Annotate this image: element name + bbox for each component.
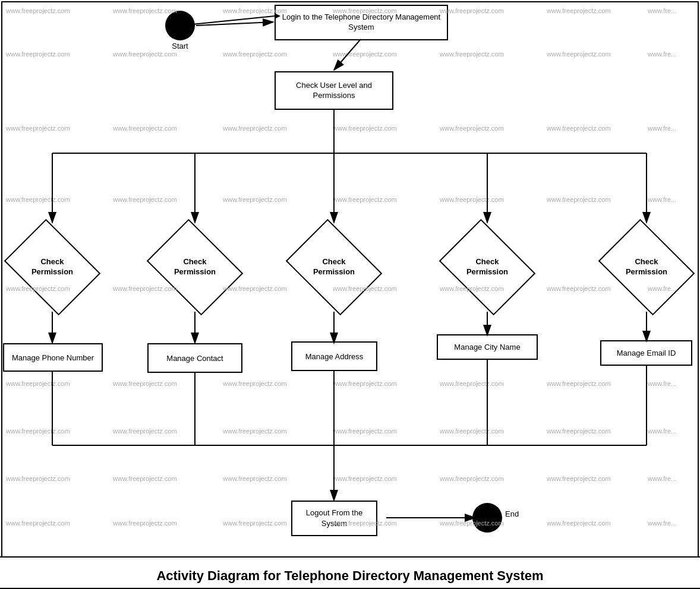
- manage-contact-box: Manage Contact: [147, 343, 242, 373]
- wm: www.freeprojectz.com: [333, 125, 397, 132]
- wm: www.freeprojectz.com: [113, 380, 177, 387]
- manage-email-box: Manage Email ID: [600, 340, 692, 366]
- wm: www.freeprojectz.com: [440, 125, 504, 132]
- end-circle: [472, 503, 502, 533]
- wm: www.freeprojectz.com: [6, 50, 70, 58]
- wm: www.freeprojectz.com: [113, 196, 177, 203]
- wm: www.freeprojectz.com: [113, 7, 177, 14]
- wm: www.freeprojectz.com: [223, 50, 287, 58]
- manage-phone-box: Manage Phone Number: [3, 343, 103, 372]
- manage-city-box: Manage City Name: [437, 334, 538, 360]
- wm: www.freeprojectz.com: [547, 50, 611, 58]
- wm: www.freeprojectz.com: [547, 285, 611, 292]
- diagram-container: www.freeprojectz.com www.freeprojectz.co…: [0, 0, 700, 589]
- wm: www.freeprojectz.com: [440, 196, 504, 203]
- wm: www.fre...: [648, 196, 676, 203]
- diamond3-wrapper: CheckPermission: [294, 223, 374, 312]
- wm: www.fre...: [648, 520, 676, 527]
- wm: www.fre...: [648, 125, 676, 132]
- end-label: End: [505, 509, 519, 518]
- wm: www.freeprojectz.com: [333, 196, 397, 203]
- start-circle: [165, 11, 195, 40]
- wm: www.freeprojectz.com: [6, 7, 70, 14]
- diamond3-text: CheckPermission: [313, 257, 355, 277]
- wm: www.freeprojectz.com: [6, 196, 70, 203]
- wm: www.freeprojectz.com: [6, 475, 70, 482]
- wm: www.freeprojectz.com: [223, 475, 287, 482]
- wm: www.freeprojectz.com: [113, 520, 177, 527]
- wm: www.fre...: [648, 380, 676, 387]
- wm: www.freeprojectz.com: [113, 50, 177, 58]
- manage-address-box: Manage Address: [291, 341, 377, 371]
- wm: www.freeprojectz.com: [547, 7, 611, 14]
- wm: www.freeprojectz.com: [113, 125, 177, 132]
- wm: www.fre...: [648, 7, 676, 14]
- wm: www.freeprojectz.com: [223, 125, 287, 132]
- wm: www.freeprojectz.com: [440, 380, 504, 387]
- wm: www.freeprojectz.com: [440, 50, 504, 58]
- wm: www.freeprojectz.com: [333, 475, 397, 482]
- wm: www.fre...: [648, 428, 676, 435]
- start-label: Start: [165, 42, 195, 50]
- diamond2-text: CheckPermission: [174, 257, 216, 277]
- wm: www.freeprojectz.com: [547, 196, 611, 203]
- wm: www.freeprojectz.com: [223, 428, 287, 435]
- diamond4-wrapper: CheckPermission: [447, 223, 528, 312]
- wm: www.freeprojectz.com: [6, 428, 70, 435]
- wm: www.fre...: [648, 50, 676, 58]
- wm: www.freeprojectz.com: [547, 428, 611, 435]
- wm: www.freeprojectz.com: [113, 428, 177, 435]
- wm: www.freeprojectz.com: [223, 520, 287, 527]
- diamond5-wrapper: CheckPermission: [606, 223, 687, 312]
- wm: www.freeprojectz.com: [333, 50, 397, 58]
- wm: www.freeprojectz.com: [223, 196, 287, 203]
- wm: www.freeprojectz.com: [440, 7, 504, 14]
- diamond1-text: CheckPermission: [31, 257, 73, 277]
- wm: www.freeprojectz.com: [547, 520, 611, 527]
- wm: www.freeprojectz.com: [223, 380, 287, 387]
- diamond4-text: CheckPermission: [466, 257, 508, 277]
- wm: www.freeprojectz.com: [333, 380, 397, 387]
- diagram-title: Activity Diagram for Telephone Directory…: [0, 556, 700, 589]
- wm: www.freeprojectz.com: [113, 475, 177, 482]
- wm: www.freeprojectz.com: [547, 475, 611, 482]
- wm: www.freeprojectz.com: [6, 380, 70, 387]
- wm: www.freeprojectz.com: [440, 428, 504, 435]
- check-permissions-box: Check User Level and Permissions: [275, 71, 393, 110]
- wm: www.freeprojectz.com: [547, 125, 611, 132]
- wm: www.freeprojectz.com: [333, 428, 397, 435]
- wm: www.freeprojectz.com: [6, 125, 70, 132]
- wm: www.freeprojectz.com: [6, 520, 70, 527]
- svg-line-2: [196, 22, 273, 26]
- diamond2-wrapper: CheckPermission: [154, 223, 235, 312]
- diamond5-text: CheckPermission: [626, 257, 667, 277]
- diamond1-wrapper: CheckPermission: [12, 223, 93, 312]
- logout-box: Logout From the System: [291, 501, 377, 536]
- wm: www.freeprojectz.com: [547, 380, 611, 387]
- wm: www.fre...: [648, 475, 676, 482]
- wm: www.freeprojectz.com: [440, 475, 504, 482]
- svg-line-3: [334, 39, 361, 70]
- login-box: Login to the Telephone Directory Managem…: [275, 5, 448, 40]
